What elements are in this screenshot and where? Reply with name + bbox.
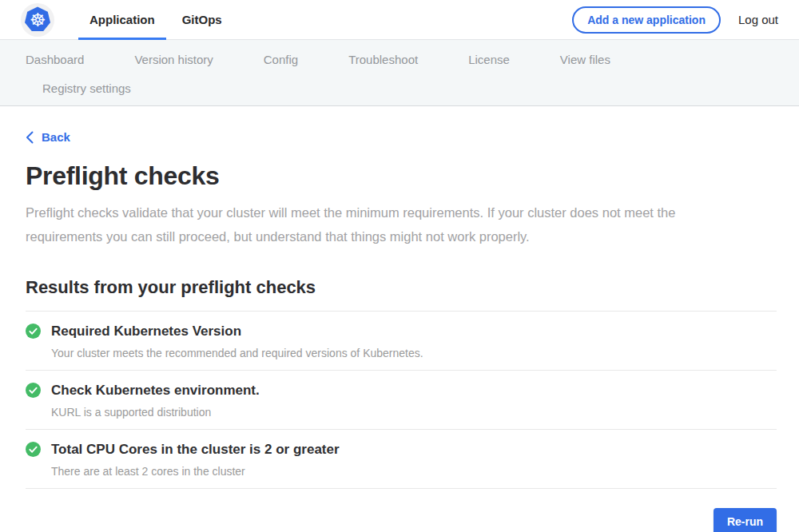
top-header: ☸ Application GitOps Add a new applicati… <box>0 0 799 40</box>
check-item-kubernetes-version: Required Kubernetes Version Your cluster… <box>26 312 777 371</box>
subnav-item-version-history[interactable]: Version history <box>134 53 213 66</box>
preflight-check-list: Required Kubernetes Version Your cluster… <box>26 312 777 489</box>
check-item-kubernetes-environment: Check Kubernetes environment. KURL is a … <box>26 371 777 430</box>
kubernetes-logo-icon: ☸ <box>21 3 54 37</box>
subnav-row-2: Registry settings <box>0 75 799 101</box>
subnav-item-dashboard[interactable]: Dashboard <box>26 53 84 66</box>
check-title: Required Kubernetes Version <box>51 324 241 339</box>
footer-actions: Re-run <box>26 508 777 532</box>
check-circle-icon <box>26 383 41 398</box>
subnav-item-config[interactable]: Config <box>264 53 298 66</box>
tab-gitops[interactable]: GitOps <box>171 0 233 39</box>
check-circle-icon <box>26 324 41 339</box>
subnav-row-1: Dashboard Version history Config Trouble… <box>0 46 799 72</box>
page-description: Preflight checks validate that your clus… <box>26 200 754 248</box>
header-right: Add a new application Log out <box>572 6 799 34</box>
check-title: Total CPU Cores in the cluster is 2 or g… <box>51 442 340 458</box>
check-title: Check Kubernetes environment. <box>51 383 260 399</box>
check-circle-icon <box>26 442 41 457</box>
tab-application[interactable]: Application <box>78 0 166 39</box>
chevron-left-icon <box>26 131 34 144</box>
main-content: Back Preflight checks Preflight checks v… <box>0 106 799 532</box>
back-link[interactable]: Back <box>26 130 70 144</box>
check-description: Your cluster meets the recommended and r… <box>51 347 777 359</box>
results-heading: Results from your preflight checks <box>26 277 777 298</box>
page-title: Preflight checks <box>26 161 777 191</box>
subnav-item-license[interactable]: License <box>468 53 510 66</box>
check-description: There are at least 2 cores in the cluste… <box>51 465 777 478</box>
subnav-item-registry-settings[interactable]: Registry settings <box>42 81 131 95</box>
header-tabs: Application GitOps <box>78 0 233 39</box>
check-description: KURL is a supported distribution <box>51 406 777 419</box>
add-new-application-button[interactable]: Add a new application <box>572 6 721 34</box>
subnav-item-troubleshoot[interactable]: Troubleshoot <box>348 53 418 66</box>
logout-link[interactable]: Log out <box>738 13 778 26</box>
rerun-button[interactable]: Re-run <box>714 508 777 532</box>
check-item-cpu-cores: Total CPU Cores in the cluster is 2 or g… <box>26 430 777 489</box>
back-label: Back <box>42 130 70 144</box>
subnav-item-view-files[interactable]: View files <box>560 53 610 66</box>
app-subnav: Dashboard Version history Config Trouble… <box>0 40 799 106</box>
svg-text:☸: ☸ <box>30 9 46 30</box>
